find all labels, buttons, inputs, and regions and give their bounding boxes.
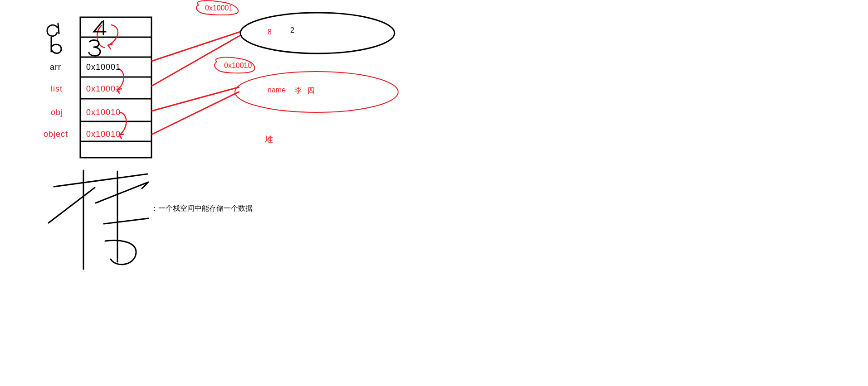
stack-cell-object: 0x10010 — [86, 130, 121, 139]
stack-label-obj: obj — [51, 108, 63, 117]
stack-label-list: list — [51, 84, 63, 94]
svg-line-12 — [151, 92, 239, 135]
footer-note: ：一个栈空间中能存储一个数据 — [151, 204, 253, 213]
heap-addr-1: 0x10001 — [205, 4, 233, 12]
stack-label-object: object — [44, 130, 68, 139]
heap1-v1: 8 — [268, 28, 272, 36]
diagram-canvas — [0, 0, 868, 386]
svg-point-7 — [240, 13, 395, 53]
stack-cell-obj: 0x10010 — [86, 108, 121, 117]
svg-line-11 — [151, 87, 239, 111]
stack-cell-list: 0x10001 — [86, 84, 121, 94]
stack-cell-arr: 0x10001 — [86, 63, 121, 72]
svg-line-9 — [151, 32, 240, 61]
svg-line-10 — [151, 35, 240, 86]
heap1-v2: 2 — [290, 26, 294, 34]
stack-label-arr: arr — [50, 63, 61, 72]
heap2-key: name — [268, 86, 286, 94]
heap2-val: 李 四 — [295, 86, 317, 96]
heap-addr-2: 0x10010 — [224, 62, 252, 70]
heap-label: 堆 — [265, 134, 273, 145]
